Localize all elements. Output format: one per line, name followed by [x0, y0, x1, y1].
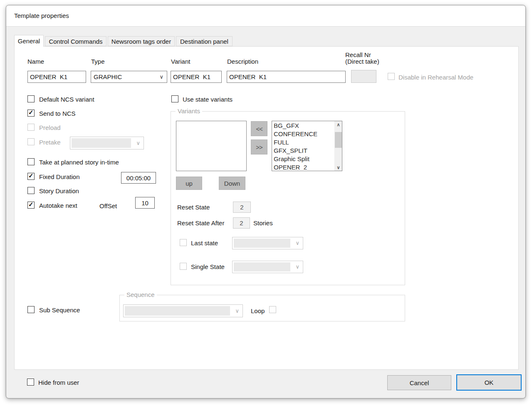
scroll-up-icon[interactable]: ∧ — [335, 121, 342, 128]
description-input[interactable] — [227, 71, 346, 83]
disable-rehearsal-checkbox — [388, 73, 395, 80]
general-tab-page: Name Type GRAPHIC ∨ Variant Description … — [14, 46, 519, 370]
disable-rehearsal-label: Disable in Rehearsal Mode — [398, 74, 473, 81]
variant-label: Variant — [171, 58, 190, 65]
last-state-select: ∨ — [232, 237, 303, 249]
move-to-selected-button[interactable]: << — [251, 121, 267, 136]
preload-label: Preload — [39, 124, 61, 131]
use-state-variants-checkbox[interactable] — [171, 95, 178, 102]
double-chevron-left-icon: << — [256, 125, 262, 132]
dialog-footer: Hide from user Cancel OK — [7, 369, 525, 398]
chevron-down-icon: ∨ — [159, 74, 163, 80]
story-duration-checkbox[interactable] — [27, 187, 35, 194]
screen: Template properties General Control Comm… — [0, 0, 532, 406]
variant-option[interactable]: BG_GFX — [272, 121, 335, 130]
variant-option[interactable]: Graphic Split — [272, 154, 335, 163]
send-to-ncs-checkbox[interactable]: ✓ — [27, 110, 35, 117]
single-state-checkbox — [180, 263, 187, 270]
selected-variants-listbox[interactable] — [176, 121, 247, 171]
reset-state-label: Reset State — [177, 204, 210, 211]
title-bar: Template properties — [6, 5, 525, 27]
sequence-group-title: Sequence — [124, 291, 157, 298]
chevron-down-icon: ∨ — [235, 308, 239, 314]
last-state-label: Last state — [191, 239, 218, 247]
hide-from-user-label: Hide from user — [38, 379, 79, 386]
type-select-value: GRAPHIC — [94, 73, 122, 80]
down-button[interactable]: Down — [219, 177, 245, 190]
tab-general-label: General — [18, 37, 40, 45]
move-to-available-button[interactable]: >> — [251, 139, 267, 154]
tab-destination-panel[interactable]: Destination panel — [176, 36, 233, 46]
tab-control-commands-label: Control Commands — [49, 38, 102, 45]
hide-from-user-checkbox[interactable] — [27, 379, 34, 386]
checkmark-icon: ✓ — [28, 201, 34, 208]
tab-destination-panel-label: Destination panel — [180, 38, 228, 45]
cancel-button[interactable]: Cancel — [387, 375, 451, 390]
dialog-title: Template properties — [14, 12, 69, 19]
double-chevron-right-icon: >> — [256, 144, 262, 151]
description-label: Description — [227, 58, 258, 65]
send-to-ncs-label: Send to NCS — [39, 110, 76, 117]
use-state-variants-label: Use state variants — [183, 96, 233, 103]
sub-sequence-checkbox[interactable] — [27, 306, 35, 313]
fixed-duration-input[interactable] — [121, 172, 156, 184]
chevron-down-icon: ∨ — [136, 140, 140, 146]
template-properties-dialog: Template properties General Control Comm… — [6, 5, 526, 399]
variants-groupbox: Variants << >> BG_GFX CONFERENCE FULL GF… — [171, 111, 405, 285]
sub-sequence-label: Sub Sequence — [39, 306, 80, 314]
tab-newsroom-tags-order-label: Newsroom tags order — [111, 38, 171, 45]
up-button-label: up — [186, 180, 193, 187]
reset-state-value: 2 — [240, 204, 243, 211]
reset-state-after-input: 2 — [233, 217, 250, 229]
last-state-checkbox — [180, 239, 187, 246]
take-at-planned-label: Take at planned story in-time — [39, 159, 119, 166]
preload-checkbox — [27, 124, 35, 131]
pretake-select: ∨ — [70, 137, 144, 149]
variant-input[interactable] — [171, 71, 222, 83]
recall-nr-input — [351, 70, 376, 83]
type-select[interactable]: GRAPHIC ∨ — [91, 71, 167, 83]
loop-label: Loop — [251, 307, 265, 314]
down-button-label: Down — [224, 180, 240, 187]
variant-option[interactable]: GFX_SPLIT — [272, 146, 335, 154]
pretake-label: Pretake — [39, 139, 61, 146]
cancel-button-label: Cancel — [410, 379, 429, 386]
default-ncs-variant-checkbox[interactable] — [27, 95, 35, 102]
fixed-duration-checkbox[interactable]: ✓ — [27, 173, 35, 180]
tab-general[interactable]: General — [14, 35, 44, 47]
offset-label: OffSet — [99, 202, 117, 209]
variant-option[interactable]: FULL — [272, 138, 335, 146]
ok-button[interactable]: OK — [456, 374, 522, 391]
up-button[interactable]: up — [176, 177, 202, 190]
story-duration-label: Story Duration — [39, 187, 79, 194]
sequence-groupbox: Sequence ∨ Loop — [119, 295, 405, 321]
chevron-down-icon: ∨ — [295, 264, 299, 269]
recall-nr-label: Recall Nr(Direct take) — [345, 52, 379, 65]
scroll-down-icon[interactable]: ∨ — [335, 164, 342, 171]
checkmark-icon: ✓ — [28, 172, 34, 179]
variants-group-title: Variants — [176, 107, 202, 115]
chevron-down-icon: ∨ — [295, 240, 299, 246]
type-label: Type — [91, 58, 105, 65]
reset-state-input: 2 — [233, 202, 251, 213]
listbox-scrollbar[interactable]: ∧ ∨ — [334, 121, 342, 171]
reset-state-after-value: 2 — [240, 219, 243, 227]
name-input[interactable] — [27, 71, 86, 83]
default-ncs-variant-label: Default NCS variant — [39, 96, 94, 103]
offset-input[interactable] — [135, 197, 155, 209]
pretake-checkbox — [27, 138, 35, 145]
take-at-planned-checkbox[interactable] — [27, 158, 35, 165]
name-label: Name — [27, 58, 44, 65]
sequence-select: ∨ — [123, 304, 243, 317]
autotake-next-checkbox[interactable]: ✓ — [27, 202, 35, 209]
fixed-duration-label: Fixed Duration — [39, 173, 80, 180]
autotake-next-label: Autotake next — [39, 202, 77, 209]
available-variants-listbox[interactable]: BG_GFX CONFERENCE FULL GFX_SPLIT Graphic… — [272, 121, 342, 171]
variant-option[interactable]: CONFERENCE — [272, 130, 335, 138]
scrollbar-thumb[interactable] — [335, 132, 342, 148]
tab-control-commands[interactable]: Control Commands — [45, 36, 106, 46]
ok-button-label: OK — [485, 379, 494, 386]
tab-newsroom-tags-order[interactable]: Newsroom tags order — [108, 36, 175, 46]
single-state-select: ∨ — [232, 261, 303, 273]
variant-option[interactable]: OPENER 2 — [272, 163, 335, 171]
